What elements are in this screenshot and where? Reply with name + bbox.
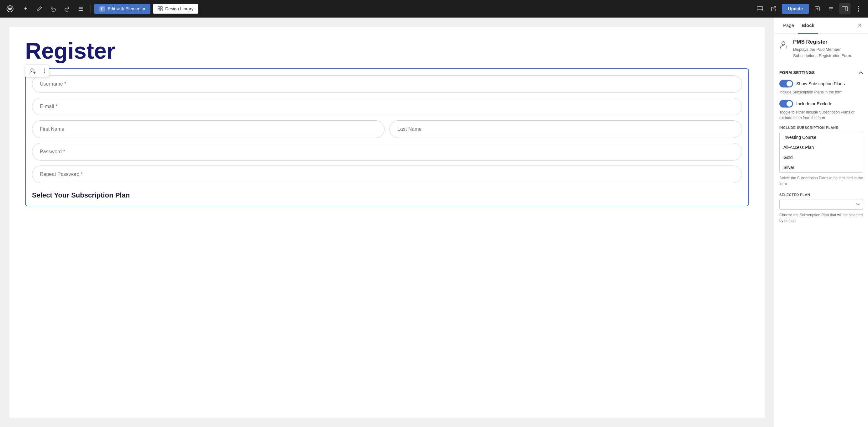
more-vertical-icon [44, 68, 45, 73]
svg-point-16 [858, 10, 859, 11]
svg-text:W: W [8, 7, 12, 11]
svg-rect-5 [158, 7, 160, 8]
block-toolbar [25, 65, 49, 77]
include-exclude-toggle-label-row: Include or Exclude [779, 100, 863, 108]
svg-point-17 [31, 69, 33, 71]
svg-point-14 [858, 6, 859, 7]
svg-point-20 [44, 72, 45, 73]
page-content: Register [9, 27, 765, 418]
toolbar: W + E Edit with Elementor [0, 0, 868, 18]
design-library-label: Design Library [165, 6, 193, 11]
canvas: Register [0, 18, 774, 427]
selected-plan-label: SELECTED PLAN [779, 193, 863, 196]
block-more-options-button[interactable] [40, 65, 49, 77]
add-block-button[interactable]: + [20, 3, 31, 14]
list-view-button[interactable] [75, 3, 87, 14]
toolbar-right: Update [754, 3, 864, 14]
plan-item-silver[interactable]: Silver [780, 162, 863, 173]
first-name-field[interactable] [32, 120, 384, 138]
svg-point-15 [858, 8, 859, 9]
tab-block[interactable]: Block [798, 18, 818, 34]
plan-item-gold[interactable]: Gold [780, 152, 863, 162]
add-pms-register-button[interactable] [25, 65, 40, 77]
external-link-button[interactable] [768, 3, 779, 14]
block-info: PMS Register Displays the Paid Member Su… [779, 39, 863, 59]
show-subscription-toggle-row: Show Subscription Plans Include Subscrip… [779, 80, 863, 95]
plans-helper: Select the Subscription Plans to be incl… [779, 175, 863, 186]
svg-rect-7 [158, 9, 160, 11]
include-exclude-desc: Toggle to either include Subscription Pl… [779, 110, 863, 121]
block-title: PMS Register [793, 39, 863, 45]
show-subscription-label: Show Subscription Plans [796, 81, 845, 86]
svg-rect-9 [757, 7, 763, 11]
form-settings-section: Form Settings Show Subscri [779, 65, 863, 223]
registration-form: Select Your Subscription Plan [25, 68, 749, 206]
svg-rect-3 [79, 8, 83, 9]
include-exclude-toggle[interactable] [779, 100, 793, 108]
svg-point-18 [44, 69, 45, 70]
name-row [32, 120, 742, 138]
svg-rect-2 [79, 7, 83, 7]
plans-listbox[interactable]: Investing Course All-Access Plan Gold Si… [779, 132, 863, 173]
block-description: Displays the Paid Member Subscriptions R… [793, 47, 863, 59]
toolbar-divider [90, 5, 91, 12]
repeat-password-field[interactable] [32, 165, 742, 183]
chevron-up-icon [859, 71, 863, 74]
register-title: Register [25, 39, 749, 62]
include-plans-label: INCLUDE SUBSCRIPTION PLANS [779, 126, 863, 129]
sidebar-close-button[interactable]: × [857, 18, 863, 34]
edit-elementor-label: Edit with Elementor [108, 6, 146, 11]
svg-rect-4 [79, 10, 83, 11]
sidebar-tabs: Page Block × [774, 18, 868, 34]
pms-register-icon [779, 39, 789, 52]
form-settings-header[interactable]: Form Settings [779, 70, 863, 75]
email-field[interactable] [32, 98, 742, 115]
main-area: Register [0, 18, 868, 427]
edit-elementor-icon: E [99, 6, 105, 11]
subscription-section-title: Select Your Subscription Plan [32, 191, 742, 200]
svg-point-21 [782, 42, 785, 45]
design-library-button[interactable]: Design Library [153, 4, 198, 14]
edit-mode-icon-button[interactable] [812, 3, 823, 14]
design-library-icon [158, 6, 163, 11]
show-subscription-desc: Include Subscription Plans in the form [779, 89, 863, 95]
username-field[interactable] [32, 75, 742, 93]
user-add-icon [29, 67, 36, 74]
redo-button[interactable] [61, 3, 73, 14]
show-subscription-toggle-label-row: Show Subscription Plans [779, 80, 863, 88]
toggle-panel-button[interactable] [839, 3, 850, 14]
svg-rect-12 [842, 7, 848, 11]
plan-item-investing[interactable]: Investing Course [780, 132, 863, 142]
edit-elementor-button[interactable]: E Edit with Elementor [94, 4, 150, 14]
settings-icon-button[interactable] [826, 3, 837, 14]
responsive-view-button[interactable] [754, 3, 766, 14]
selected-plan-helper: Choose the Subscription Plan that will b… [779, 212, 863, 223]
svg-rect-8 [160, 9, 162, 11]
tab-page[interactable]: Page [779, 18, 798, 34]
plan-item-allaccess[interactable]: All-Access Plan [780, 142, 863, 152]
selected-plan-select[interactable] [779, 199, 863, 210]
include-exclude-toggle-row: Include or Exclude Toggle to either incl… [779, 100, 863, 121]
svg-rect-6 [160, 7, 162, 8]
block-info-text: PMS Register Displays the Paid Member Su… [793, 39, 863, 59]
undo-button[interactable] [48, 3, 59, 14]
sidebar-body: PMS Register Displays the Paid Member Su… [774, 34, 868, 235]
include-exclude-label: Include or Exclude [796, 101, 832, 106]
edit-mode-button[interactable] [34, 3, 45, 14]
update-button[interactable]: Update [782, 4, 809, 14]
password-field[interactable] [32, 143, 742, 160]
show-subscription-toggle[interactable] [779, 80, 793, 88]
more-options-button[interactable] [853, 3, 864, 14]
svg-point-19 [44, 70, 45, 71]
settings-title: Form Settings [779, 70, 815, 75]
sidebar: Page Block × PMS Register Displays the P… [774, 18, 868, 427]
wp-logo-icon: W [4, 2, 16, 15]
last-name-field[interactable] [390, 120, 742, 138]
